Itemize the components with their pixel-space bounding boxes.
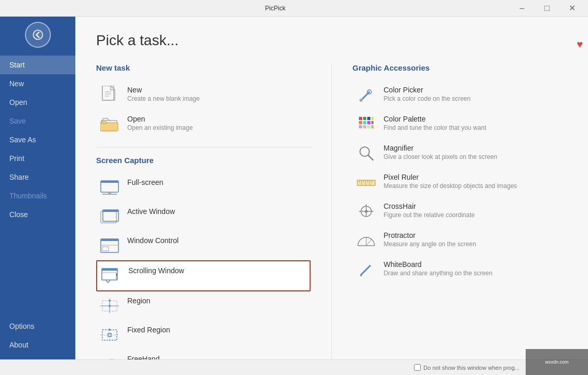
content-area: ♥ Pick a task... New task <box>75 17 588 359</box>
window-control-icon <box>100 236 119 255</box>
maximize-button[interactable]: □ <box>535 0 559 17</box>
task-item-scrolling-window[interactable]: Scrolling Window <box>96 260 311 291</box>
task-text-new: New Create a new blank image <box>127 86 199 102</box>
task-name-scrolling-window: Scrolling Window <box>128 266 184 275</box>
sidebar: Start New Open Save Save As Print Share … <box>0 17 75 359</box>
task-item-whiteboard[interactable]: WhiteBoard Draw and share anything on th… <box>353 255 568 284</box>
task-text-scrolling-window: Scrolling Window <box>128 266 184 275</box>
svg-rect-20 <box>102 269 117 271</box>
task-item-color-picker[interactable]: Color Picker Pick a color code on the sc… <box>353 81 568 110</box>
task-desc-pixel-ruler: Measure the size of desktop objects and … <box>384 182 517 190</box>
sidebar-item-save-as[interactable]: Save As <box>0 130 75 149</box>
open-icon <box>100 115 119 133</box>
svg-point-28 <box>109 305 111 307</box>
svg-rect-9 <box>101 181 118 183</box>
sidebar-item-options[interactable]: Options <box>0 317 75 336</box>
task-name-fixed-region: Fixed Region <box>127 326 170 334</box>
watermark: wsxdn.com <box>526 349 588 375</box>
svg-rect-45 <box>371 117 373 120</box>
task-name-window-control: Window Control <box>127 236 179 245</box>
task-name-color-palette: Color Palette <box>384 115 486 123</box>
svg-line-71 <box>366 239 371 246</box>
bottom-bar: Do not show this window when prog... wsx… <box>0 359 588 375</box>
svg-rect-42 <box>359 117 362 120</box>
svg-rect-11 <box>108 192 111 194</box>
svg-rect-18 <box>102 247 109 251</box>
svg-rect-14 <box>103 210 118 212</box>
task-name-active-window: Active Window <box>127 207 175 216</box>
task-item-region[interactable]: Region <box>96 291 311 320</box>
task-item-color-palette[interactable]: Color Palette Find and tune the color th… <box>353 110 568 139</box>
task-name-whiteboard: WhiteBoard <box>384 260 492 269</box>
bottom-checkbox-area[interactable]: Do not show this window when prog... <box>414 364 519 371</box>
task-desc-crosshair: Figure out the relative coordinate <box>384 211 475 219</box>
crosshair-icon <box>357 202 376 221</box>
task-name-open: Open <box>127 115 193 123</box>
content-grid: New task New <box>96 63 567 359</box>
task-item-pixel-ruler[interactable]: Pixel Ruler Measure the size of desktop … <box>353 168 568 197</box>
left-column: New task New <box>96 63 332 359</box>
main-layout: Start New Open Save Save As Print Share … <box>0 17 588 359</box>
sidebar-nav: Start New Open Save Save As Print Share … <box>0 56 75 317</box>
freehand-icon <box>100 355 119 359</box>
heart-icon[interactable]: ♥ <box>577 38 583 50</box>
task-desc-whiteboard: Draw and share anything on the screen <box>384 270 492 277</box>
sidebar-item-share[interactable]: Share <box>0 168 75 186</box>
task-name-pixel-ruler: Pixel Ruler <box>384 173 517 181</box>
svg-rect-16 <box>101 239 118 241</box>
svg-rect-23 <box>116 274 117 276</box>
task-desc-color-picker: Pick a color code on the screen <box>384 95 471 102</box>
task-name-crosshair: CrossHair <box>384 202 475 210</box>
task-desc-color-palette: Find and tune the color that you want <box>384 124 486 131</box>
do-not-show-label: Do not show this window when prog... <box>423 365 519 371</box>
sidebar-item-save: Save <box>0 112 75 130</box>
task-text-fullscreen: Full-screen <box>127 178 163 186</box>
close-button[interactable]: ✕ <box>560 0 584 17</box>
task-name-freehand: FreeHand <box>127 355 159 359</box>
task-name-color-picker: Color Picker <box>384 86 471 94</box>
svg-rect-51 <box>363 125 366 128</box>
task-item-active-window[interactable]: Active Window <box>96 202 311 231</box>
task-name-magnifier: Magnifier <box>384 144 498 152</box>
task-text-region: Region <box>127 297 150 305</box>
task-text-whiteboard: WhiteBoard Draw and share anything on th… <box>384 260 492 277</box>
sidebar-item-close[interactable]: Close <box>0 205 75 224</box>
task-item-new[interactable]: New Create a new blank image <box>96 81 311 110</box>
sidebar-item-thumbnails: Thumbnails <box>0 186 75 205</box>
pixel-ruler-icon <box>357 173 376 192</box>
task-desc-protractor: Measure any angle on the screen <box>384 240 476 248</box>
page-title: Pick a task... <box>96 32 567 49</box>
task-desc-open: Open an existing image <box>127 124 193 131</box>
task-text-fixed-region: Fixed Region <box>127 326 170 334</box>
svg-rect-47 <box>363 121 366 124</box>
task-text-color-picker: Color Picker Pick a color code on the sc… <box>384 86 471 102</box>
svg-rect-44 <box>367 117 370 120</box>
titlebar-controls: – □ ✕ <box>510 0 584 17</box>
sidebar-item-print[interactable]: Print <box>0 149 75 168</box>
sidebar-item-about[interactable]: About <box>0 336 75 354</box>
task-name-protractor: Protractor <box>384 231 476 239</box>
do-not-show-checkbox[interactable] <box>414 364 421 371</box>
task-text-open: Open Open an existing image <box>127 115 193 131</box>
sidebar-item-open[interactable]: Open <box>0 93 75 112</box>
task-item-crosshair[interactable]: CrossHair Figure out the relative coordi… <box>353 197 568 226</box>
task-item-fixed-region[interactable]: Fixed Region <box>96 320 311 350</box>
task-text-pixel-ruler: Pixel Ruler Measure the size of desktop … <box>384 173 517 190</box>
task-name-new: New <box>127 86 199 94</box>
task-item-freehand[interactable]: FreeHand <box>96 350 311 359</box>
sidebar-item-start[interactable]: Start <box>0 56 75 74</box>
svg-rect-53 <box>371 125 373 128</box>
task-text-window-control: Window Control <box>127 236 179 245</box>
task-item-window-control[interactable]: Window Control <box>96 231 311 260</box>
minimize-button[interactable]: – <box>510 0 534 17</box>
color-palette-icon <box>357 115 376 133</box>
svg-rect-43 <box>363 117 366 120</box>
svg-rect-52 <box>367 125 370 128</box>
sidebar-item-new[interactable]: New <box>0 74 75 93</box>
task-item-magnifier[interactable]: Magnifier Give a closer look at pixels o… <box>353 139 568 168</box>
task-item-protractor[interactable]: Protractor Measure any angle on the scre… <box>353 226 568 255</box>
task-item-open[interactable]: Open Open an existing image <box>96 110 311 139</box>
task-text-active-window: Active Window <box>127 207 175 216</box>
back-button[interactable] <box>25 22 51 48</box>
task-item-fullscreen[interactable]: Full-screen <box>96 173 311 202</box>
